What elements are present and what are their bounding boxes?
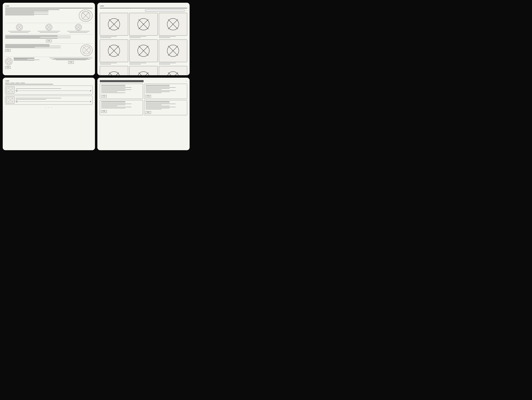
- grid-img-3: [159, 13, 187, 36]
- grid-img-6: [159, 39, 187, 62]
- col3-image: [75, 24, 82, 31]
- image-grid: [100, 13, 187, 75]
- hero-text: [5, 10, 77, 22]
- player-controls-2: ▷ 🔊: [16, 100, 91, 102]
- grid-img-9: [159, 66, 187, 75]
- card-bottom-right: List of existing services free of cost a…: [97, 78, 190, 150]
- service-item-4: CTA: [144, 100, 187, 115]
- search-bar[interactable]: [145, 10, 184, 12]
- volume-icon-1: 🔊: [90, 90, 91, 91]
- podcast-thumb-2: [6, 97, 14, 104]
- volume-icon-2: 🔊: [90, 100, 91, 102]
- nav-bar-tl: [5, 8, 93, 8]
- footer-image: [5, 58, 13, 65]
- grid-img-4: [100, 39, 128, 62]
- arrow-icon-tr: ←: [185, 10, 187, 12]
- arrow-icon-br: ←: [185, 80, 187, 82]
- hero-section: [5, 10, 93, 22]
- grid-item-7: [100, 66, 128, 75]
- hero-image: [79, 10, 93, 22]
- text-block-mid: CTA: [5, 44, 79, 56]
- podcast-thumb-1: [6, 87, 14, 94]
- grid-item-8: [129, 66, 158, 75]
- bl-nav-row: [5, 83, 93, 83]
- footer-text: [14, 58, 48, 65]
- cta-btn-2[interactable]: CTA: [5, 49, 11, 52]
- footer-left: CTA: [5, 58, 48, 69]
- card-top-left: Define digital waste and why is it a con…: [3, 3, 95, 75]
- card-top-right: Reduction tips based on common online ha…: [97, 3, 190, 75]
- col-2: [35, 24, 63, 33]
- logo-tl: LOGO: [5, 5, 93, 7]
- grid-item-5: [129, 39, 158, 65]
- cta-service-3[interactable]: CTA: [101, 110, 107, 113]
- col-1: [5, 24, 33, 33]
- grid-item-1: [100, 13, 128, 38]
- footer-right: CTA: [50, 58, 93, 69]
- wireframe-grid: Define digital waste and why is it a con…: [0, 0, 192, 153]
- three-col-section: [5, 24, 93, 33]
- nav-bar-tr: [100, 8, 187, 8]
- col-3: [64, 24, 93, 33]
- podcast-player-1: ▷ 🔊: [16, 88, 91, 92]
- service-item-3: CTA: [100, 100, 143, 115]
- more-indicator: · · ·: [5, 106, 93, 109]
- section-image: [80, 44, 93, 56]
- logo-tr: LOGO: [100, 5, 187, 7]
- footer-section: CTA CTA: [5, 58, 93, 69]
- grid-img-2: [129, 13, 158, 36]
- progress-bar-2[interactable]: [19, 101, 89, 102]
- podcast-player-2: ▷ 🔊: [16, 98, 91, 102]
- cta-btn-footer-left[interactable]: CTA: [5, 66, 11, 69]
- separator-2: [5, 34, 93, 34]
- grid-img-1: [100, 13, 128, 36]
- separator-4: [5, 57, 93, 57]
- mid-section: CTA: [5, 35, 93, 42]
- img-right-section: CTA: [5, 44, 93, 56]
- grid-img-5: [129, 39, 158, 62]
- play-btn-2[interactable]: ▷: [16, 100, 18, 102]
- filter-bar: ←: [100, 10, 187, 12]
- player-controls-1: ▷ 🔊: [16, 90, 91, 92]
- grid-item-6: [159, 39, 187, 65]
- services-grid: CTA CTA: [100, 84, 187, 115]
- grid-item-4: [100, 39, 128, 65]
- service-item-2: CTA: [144, 84, 187, 99]
- podcast-item-1[interactable]: ▷ 🔊: [5, 86, 93, 94]
- grid-img-7: [100, 66, 128, 75]
- br-title-bar: [100, 80, 144, 82]
- grid-img-8: [129, 66, 158, 75]
- cta-btn-footer-right[interactable]: CTA: [68, 61, 74, 64]
- card-bottom-left: Mini podcast series of short span on rel…: [3, 78, 95, 150]
- progress-bar-1[interactable]: [19, 91, 89, 91]
- podcast-item-2[interactable]: ▷ 🔊: [5, 96, 93, 105]
- service-item-1: CTA: [100, 84, 143, 99]
- play-btn-1[interactable]: ▷: [16, 90, 18, 92]
- grid-item-9: [159, 66, 187, 75]
- cta-btn-1[interactable]: CTA: [46, 40, 51, 42]
- br-header: ←: [100, 80, 187, 82]
- col2-image: [46, 24, 52, 31]
- cta-service-2[interactable]: CTA: [146, 95, 151, 98]
- col1-image: [16, 24, 23, 31]
- grid-item-3: [159, 13, 187, 38]
- grid-item-2: [129, 13, 158, 38]
- logo-bl: LOGO: [5, 80, 93, 82]
- cta-service-4[interactable]: CTA: [146, 111, 151, 114]
- cta-service-1[interactable]: CTA: [101, 95, 107, 98]
- separator-1: [5, 23, 93, 23]
